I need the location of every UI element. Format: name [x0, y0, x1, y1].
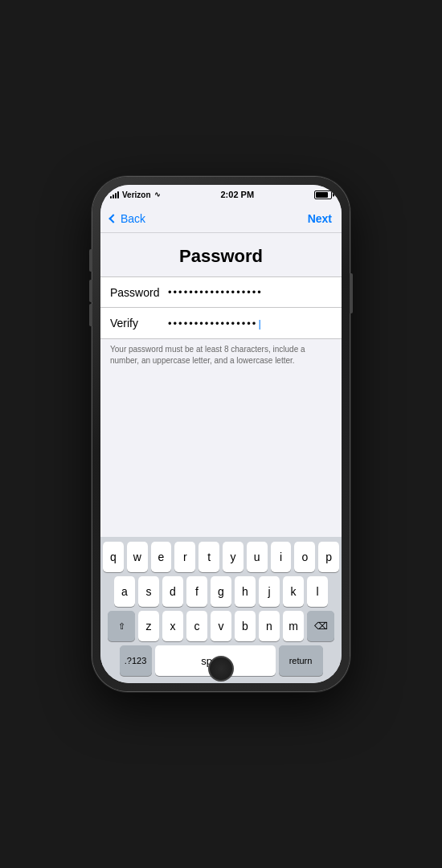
key-g[interactable]: g	[211, 576, 231, 607]
verify-label: Verify	[110, 317, 162, 330]
shift-key[interactable]: ⇧	[108, 611, 135, 641]
status-right	[314, 190, 332, 199]
chevron-left-icon	[108, 214, 117, 223]
keyboard-row-3: ⇧ z x c v b n m ⌫	[103, 611, 339, 641]
key-i[interactable]: i	[271, 542, 292, 572]
password-label: Password	[110, 286, 162, 299]
next-button[interactable]: Next	[308, 212, 332, 225]
wifi-icon: ∿	[154, 190, 161, 199]
key-q[interactable]: q	[103, 542, 124, 572]
nav-bar: Back Next	[100, 204, 342, 233]
password-row: Password ••••••••••••••••••	[100, 277, 342, 308]
screen: Verizon ∿ 2:02 PM Back Next	[100, 185, 342, 683]
key-a[interactable]: a	[114, 576, 135, 607]
key-e[interactable]: e	[151, 542, 172, 572]
battery-fill	[316, 192, 328, 198]
numbers-key[interactable]: .?123	[120, 645, 152, 676]
back-label: Back	[121, 212, 145, 225]
phone-frame: Verizon ∿ 2:02 PM Back Next	[92, 177, 350, 691]
verify-field[interactable]: •••••••••••••••••	[162, 317, 332, 330]
verify-row: Verify •••••••••••••••••	[100, 308, 342, 338]
status-left: Verizon ∿	[110, 190, 161, 199]
status-time: 2:02 PM	[221, 190, 255, 199]
key-o[interactable]: o	[294, 542, 315, 572]
key-r[interactable]: r	[174, 542, 195, 572]
key-j[interactable]: j	[259, 576, 280, 607]
key-c[interactable]: c	[186, 611, 207, 641]
key-n[interactable]: n	[259, 611, 280, 641]
page-title: Password	[100, 233, 342, 276]
phone-screen-wrapper: Verizon ∿ 2:02 PM Back Next	[100, 185, 342, 683]
key-l[interactable]: l	[307, 576, 328, 607]
back-button[interactable]: Back	[110, 212, 145, 225]
hint-text: Your password must be at least 8 charact…	[100, 339, 342, 373]
status-bar: Verizon ∿ 2:02 PM	[100, 185, 342, 204]
keyboard-row-2: a s d f g h j k l	[103, 576, 339, 607]
key-v[interactable]: v	[211, 611, 231, 641]
key-p[interactable]: p	[318, 542, 339, 572]
key-s[interactable]: s	[138, 576, 159, 607]
key-d[interactable]: d	[162, 576, 183, 607]
signal-bars-icon	[110, 190, 119, 199]
carrier-label: Verizon	[122, 190, 151, 199]
key-f[interactable]: f	[186, 576, 207, 607]
key-k[interactable]: k	[283, 576, 304, 607]
home-button[interactable]	[208, 656, 234, 682]
delete-key[interactable]: ⌫	[307, 611, 334, 641]
key-m[interactable]: m	[283, 611, 304, 641]
content-area: Password Password •••••••••••••••••• Ver…	[100, 233, 342, 537]
battery-icon	[314, 190, 332, 199]
key-w[interactable]: w	[127, 542, 148, 572]
key-b[interactable]: b	[235, 611, 256, 641]
key-y[interactable]: y	[223, 542, 244, 572]
password-field[interactable]: ••••••••••••••••••	[162, 286, 332, 298]
return-key[interactable]: return	[279, 645, 323, 676]
form-section: Password •••••••••••••••••• Verify •••••…	[100, 276, 342, 339]
keyboard-row-1: q w e r t y u i o p	[103, 542, 339, 572]
key-u[interactable]: u	[247, 542, 268, 572]
key-h[interactable]: h	[235, 576, 256, 607]
key-t[interactable]: t	[198, 542, 219, 572]
key-x[interactable]: x	[162, 611, 183, 641]
key-z[interactable]: z	[138, 611, 159, 641]
